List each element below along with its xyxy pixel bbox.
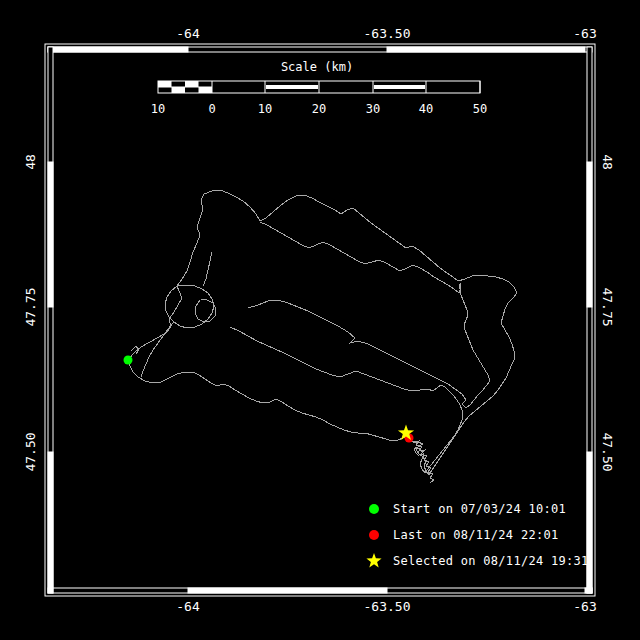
y-axis-left-tick-label: 47.50 — [23, 432, 38, 471]
legend-label: Start on 07/03/24 10:01 — [393, 502, 566, 516]
scalebar-checker-cell — [199, 87, 213, 93]
trajectory-plot-svg: -64-64-63.50-63.50-63-63484847.7547.7547… — [0, 0, 640, 640]
scalebar-tick-label: 20 — [312, 102, 326, 116]
scalebar-title: Scale (km) — [281, 60, 353, 74]
y-axis-right-tick-label: 47.50 — [600, 432, 615, 471]
legend-label: Last on 08/11/24 22:01 — [393, 528, 559, 542]
zebra-band-right-segment — [587, 162, 592, 307]
x-axis-top-tick-label: -63.50 — [364, 26, 411, 41]
x-axis-bottom-tick-label: -63 — [573, 599, 596, 614]
y-axis-left-tick-label: 48 — [23, 154, 38, 170]
legend-marker-circle-icon — [369, 504, 379, 514]
scalebar-checker-cell — [185, 81, 199, 87]
scalebar-tick-label: 10 — [151, 102, 165, 116]
scalebar-tick-label: 30 — [366, 102, 380, 116]
y-axis-left-tick-label: 47.75 — [23, 287, 38, 326]
legend-marker-circle-icon — [369, 530, 379, 540]
scalebar-tick-label: 0 — [208, 102, 215, 116]
zebra-band-left-segment — [48, 162, 53, 307]
legend-label: Selected on 08/11/24 19:31 — [393, 554, 589, 568]
zebra-band-top-segment — [48, 47, 188, 52]
map-figure: -64-64-63.50-63.50-63-63484847.7547.7547… — [0, 0, 640, 640]
y-axis-right-tick-label: 48 — [600, 154, 615, 170]
scalebar-tick-label: 50 — [473, 102, 487, 116]
start-marker — [124, 356, 133, 365]
zebra-band-bottom-segment — [188, 588, 387, 593]
x-axis-top-tick-label: -64 — [176, 26, 200, 41]
legend: Start on 07/03/24 10:01Last on 08/11/24 … — [366, 502, 588, 568]
zebra-band-right-segment — [587, 452, 592, 593]
zebra-band-top-segment — [387, 47, 585, 52]
plot-background — [0, 0, 640, 640]
x-axis-bottom-tick-label: -63.50 — [364, 599, 411, 614]
x-axis-top-tick-label: -63 — [573, 26, 596, 41]
scalebar-stripe — [374, 85, 425, 89]
y-axis-right-tick-label: 47.75 — [600, 287, 615, 326]
scalebar-stripe — [266, 85, 318, 89]
scalebar-tick-label: 10 — [258, 102, 272, 116]
zebra-band-left-segment — [48, 452, 53, 593]
scalebar-checker-cell — [172, 87, 186, 93]
x-axis-bottom-tick-label: -64 — [176, 599, 200, 614]
scalebar-checker-cell — [158, 81, 172, 87]
scalebar-tick-label: 40 — [419, 102, 433, 116]
